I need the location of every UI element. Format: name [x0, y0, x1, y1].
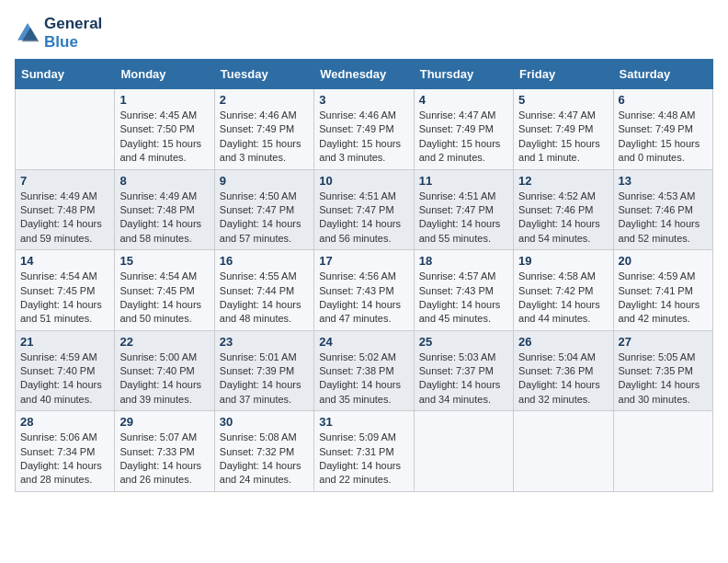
day-info: Sunrise: 4:49 AMSunset: 7:48 PMDaylight:…	[20, 190, 109, 247]
day-cell: 26Sunrise: 5:04 AMSunset: 7:36 PMDayligh…	[514, 330, 613, 411]
day-cell: 31Sunrise: 5:09 AMSunset: 7:31 PMDayligh…	[314, 411, 414, 492]
day-cell: 14Sunrise: 4:54 AMSunset: 7:45 PMDayligh…	[16, 250, 115, 331]
day-cell: 22Sunrise: 5:00 AMSunset: 7:40 PMDayligh…	[115, 330, 214, 411]
day-cell: 24Sunrise: 5:02 AMSunset: 7:38 PMDayligh…	[314, 330, 414, 411]
day-cell: 30Sunrise: 5:08 AMSunset: 7:32 PMDayligh…	[214, 411, 313, 492]
day-number: 21	[20, 335, 109, 349]
logo-line1: General	[44, 15, 102, 33]
day-number: 19	[518, 254, 608, 268]
day-cell: 21Sunrise: 4:59 AMSunset: 7:40 PMDayligh…	[16, 330, 115, 411]
day-info: Sunrise: 4:59 AMSunset: 7:41 PMDaylight:…	[619, 270, 708, 327]
day-cell: 5Sunrise: 4:47 AMSunset: 7:49 PMDaylight…	[514, 89, 613, 170]
day-info: Sunrise: 4:53 AMSunset: 7:46 PMDaylight:…	[619, 190, 708, 247]
day-info: Sunrise: 4:46 AMSunset: 7:49 PMDaylight:…	[220, 109, 309, 166]
header-day-thursday: Thursday	[414, 60, 513, 89]
day-cell: 1Sunrise: 4:45 AMSunset: 7:50 PMDaylight…	[115, 89, 214, 170]
day-number: 28	[20, 415, 109, 429]
day-cell: 15Sunrise: 4:54 AMSunset: 7:45 PMDayligh…	[115, 250, 214, 331]
week-row-0: 1Sunrise: 4:45 AMSunset: 7:50 PMDaylight…	[16, 89, 713, 170]
day-info: Sunrise: 5:01 AMSunset: 7:39 PMDaylight:…	[220, 350, 309, 408]
header: General Blue	[15, 15, 713, 52]
day-cell: 23Sunrise: 5:01 AMSunset: 7:39 PMDayligh…	[214, 330, 313, 411]
header-day-wednesday: Wednesday	[314, 60, 414, 89]
day-number: 14	[20, 254, 109, 268]
day-info: Sunrise: 4:57 AMSunset: 7:43 PMDaylight:…	[419, 270, 508, 327]
day-info: Sunrise: 5:04 AMSunset: 7:36 PMDaylight:…	[518, 350, 608, 408]
day-info: Sunrise: 4:46 AMSunset: 7:49 PMDaylight:…	[319, 109, 408, 166]
day-info: Sunrise: 4:47 AMSunset: 7:49 PMDaylight:…	[419, 109, 508, 166]
day-number: 6	[619, 93, 708, 107]
header-day-saturday: Saturday	[613, 60, 712, 89]
header-day-friday: Friday	[514, 60, 613, 89]
week-row-1: 7Sunrise: 4:49 AMSunset: 7:48 PMDaylight…	[16, 169, 713, 250]
logo-line2: Blue	[44, 33, 102, 52]
day-cell: 10Sunrise: 4:51 AMSunset: 7:47 PMDayligh…	[314, 169, 414, 250]
day-cell: 20Sunrise: 4:59 AMSunset: 7:41 PMDayligh…	[613, 250, 712, 331]
day-info: Sunrise: 5:08 AMSunset: 7:32 PMDaylight:…	[220, 431, 309, 488]
day-cell	[613, 411, 712, 492]
day-info: Sunrise: 4:58 AMSunset: 7:42 PMDaylight:…	[518, 270, 608, 327]
day-number: 11	[419, 174, 508, 188]
day-cell	[514, 411, 613, 492]
day-info: Sunrise: 4:50 AMSunset: 7:47 PMDaylight:…	[220, 190, 309, 247]
header-row: SundayMondayTuesdayWednesdayThursdayFrid…	[16, 60, 713, 89]
day-cell: 16Sunrise: 4:55 AMSunset: 7:44 PMDayligh…	[214, 250, 313, 331]
day-cell: 17Sunrise: 4:56 AMSunset: 7:43 PMDayligh…	[314, 250, 414, 331]
day-info: Sunrise: 4:54 AMSunset: 7:45 PMDaylight:…	[119, 270, 209, 327]
day-number: 15	[119, 254, 209, 268]
logo-icon	[15, 20, 40, 46]
week-row-2: 14Sunrise: 4:54 AMSunset: 7:45 PMDayligh…	[16, 250, 713, 331]
day-number: 8	[119, 174, 209, 188]
day-cell: 12Sunrise: 4:52 AMSunset: 7:46 PMDayligh…	[514, 169, 613, 250]
day-info: Sunrise: 5:00 AMSunset: 7:40 PMDaylight:…	[119, 350, 209, 408]
calendar-table: SundayMondayTuesdayWednesdayThursdayFrid…	[15, 59, 713, 492]
day-info: Sunrise: 5:05 AMSunset: 7:35 PMDaylight:…	[619, 350, 708, 408]
day-info: Sunrise: 4:55 AMSunset: 7:44 PMDaylight:…	[220, 270, 309, 327]
day-info: Sunrise: 4:54 AMSunset: 7:45 PMDaylight:…	[20, 270, 109, 327]
day-info: Sunrise: 5:06 AMSunset: 7:34 PMDaylight:…	[20, 431, 109, 488]
day-info: Sunrise: 5:07 AMSunset: 7:33 PMDaylight:…	[119, 431, 209, 488]
day-cell: 11Sunrise: 4:51 AMSunset: 7:47 PMDayligh…	[414, 169, 513, 250]
day-cell: 28Sunrise: 5:06 AMSunset: 7:34 PMDayligh…	[16, 411, 115, 492]
day-info: Sunrise: 4:45 AMSunset: 7:50 PMDaylight:…	[119, 109, 209, 166]
day-number: 16	[220, 254, 309, 268]
day-cell: 13Sunrise: 4:53 AMSunset: 7:46 PMDayligh…	[613, 169, 712, 250]
day-cell: 29Sunrise: 5:07 AMSunset: 7:33 PMDayligh…	[115, 411, 214, 492]
week-row-3: 21Sunrise: 4:59 AMSunset: 7:40 PMDayligh…	[16, 330, 713, 411]
day-info: Sunrise: 5:02 AMSunset: 7:38 PMDaylight:…	[319, 350, 408, 408]
header-day-sunday: Sunday	[16, 60, 115, 89]
day-cell: 27Sunrise: 5:05 AMSunset: 7:35 PMDayligh…	[613, 330, 712, 411]
day-cell: 9Sunrise: 4:50 AMSunset: 7:47 PMDaylight…	[214, 169, 313, 250]
day-number: 24	[319, 335, 408, 349]
day-cell: 2Sunrise: 4:46 AMSunset: 7:49 PMDaylight…	[214, 89, 313, 170]
day-number: 25	[419, 335, 508, 349]
day-info: Sunrise: 4:47 AMSunset: 7:49 PMDaylight:…	[518, 109, 608, 166]
day-info: Sunrise: 4:59 AMSunset: 7:40 PMDaylight:…	[20, 350, 109, 408]
day-cell: 3Sunrise: 4:46 AMSunset: 7:49 PMDaylight…	[314, 89, 414, 170]
week-row-4: 28Sunrise: 5:06 AMSunset: 7:34 PMDayligh…	[16, 411, 713, 492]
day-number: 22	[119, 335, 209, 349]
day-info: Sunrise: 5:03 AMSunset: 7:37 PMDaylight:…	[419, 350, 508, 408]
day-number: 9	[220, 174, 309, 188]
day-info: Sunrise: 4:51 AMSunset: 7:47 PMDaylight:…	[319, 190, 408, 247]
day-number: 27	[619, 335, 708, 349]
day-number: 1	[119, 93, 209, 107]
day-cell: 25Sunrise: 5:03 AMSunset: 7:37 PMDayligh…	[414, 330, 513, 411]
day-cell: 8Sunrise: 4:49 AMSunset: 7:48 PMDaylight…	[115, 169, 214, 250]
day-info: Sunrise: 4:52 AMSunset: 7:46 PMDaylight:…	[518, 190, 608, 247]
day-number: 31	[319, 415, 408, 429]
day-number: 23	[220, 335, 309, 349]
day-number: 26	[518, 335, 608, 349]
day-cell	[16, 89, 115, 170]
day-cell: 18Sunrise: 4:57 AMSunset: 7:43 PMDayligh…	[414, 250, 513, 331]
day-number: 17	[319, 254, 408, 268]
day-info: Sunrise: 4:49 AMSunset: 7:48 PMDaylight:…	[119, 190, 209, 247]
day-cell	[414, 411, 513, 492]
day-info: Sunrise: 4:48 AMSunset: 7:49 PMDaylight:…	[619, 109, 708, 166]
day-number: 30	[220, 415, 309, 429]
day-info: Sunrise: 4:56 AMSunset: 7:43 PMDaylight:…	[319, 270, 408, 327]
day-number: 5	[518, 93, 608, 107]
day-cell: 7Sunrise: 4:49 AMSunset: 7:48 PMDaylight…	[16, 169, 115, 250]
day-cell: 6Sunrise: 4:48 AMSunset: 7:49 PMDaylight…	[613, 89, 712, 170]
day-number: 10	[319, 174, 408, 188]
